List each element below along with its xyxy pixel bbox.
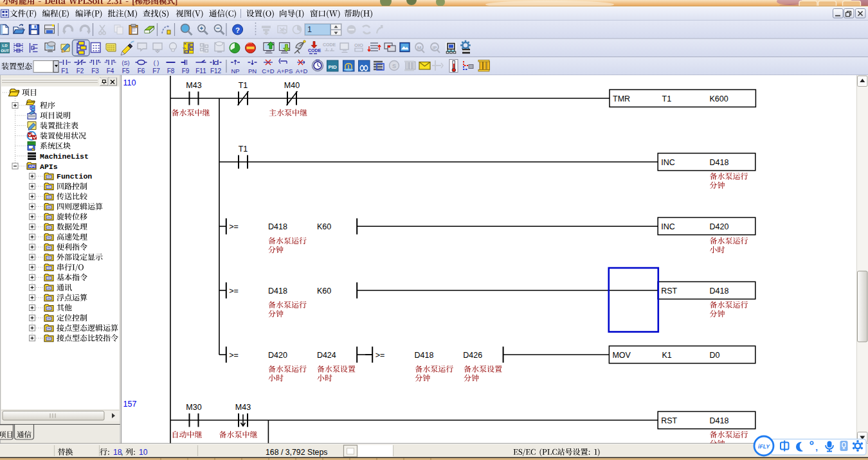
- svg-text:(S): (S): [122, 60, 130, 66]
- svg-text:D420: D420: [268, 351, 287, 360]
- svg-text:K60: K60: [317, 222, 331, 231]
- svg-text:INC: INC: [661, 222, 675, 231]
- svg-text:M43: M43: [235, 403, 251, 412]
- svg-text:K60: K60: [317, 287, 331, 296]
- svg-text:D418: D418: [710, 158, 729, 167]
- svg-text:M40: M40: [284, 81, 300, 90]
- svg-text:157: 157: [123, 400, 137, 409]
- svg-text:D0: D0: [710, 351, 720, 360]
- svg-text:RST: RST: [661, 287, 677, 296]
- svg-text:>=: >=: [229, 222, 239, 231]
- svg-text:Function: Function: [57, 172, 92, 181]
- svg-text:,: ,: [815, 443, 818, 452]
- svg-text:PN: PN: [248, 67, 257, 75]
- svg-text:MOV: MOV: [612, 351, 631, 360]
- svg-text:RST: RST: [661, 416, 677, 425]
- svg-text:F4: F4: [107, 67, 114, 75]
- svg-text:168 / 3,792 Steps: 168 / 3,792 Steps: [266, 448, 327, 457]
- svg-text:D418: D418: [268, 287, 287, 296]
- svg-text:,: ,: [121, 448, 123, 457]
- svg-text:D424: D424: [317, 351, 336, 360]
- svg-text:D418: D418: [268, 222, 287, 231]
- svg-text:M43: M43: [186, 81, 201, 90]
- svg-text:LD: LD: [3, 44, 8, 48]
- svg-text:OUT: OUT: [1, 49, 9, 53]
- svg-text:T1: T1: [239, 145, 248, 154]
- svg-text:>=: >=: [229, 351, 239, 360]
- svg-text:D426: D426: [463, 351, 482, 360]
- svg-text:MachineList: MachineList: [40, 152, 89, 161]
- svg-text:M30: M30: [186, 403, 201, 412]
- svg-text:A+D: A+D: [296, 67, 308, 75]
- svg-text:F9: F9: [182, 67, 190, 75]
- svg-text:F5: F5: [122, 67, 130, 75]
- svg-text:F6: F6: [138, 67, 145, 75]
- svg-text:D418: D418: [415, 351, 434, 360]
- svg-text:K600: K600: [710, 94, 728, 103]
- svg-text:T1: T1: [239, 81, 248, 90]
- svg-text:F7: F7: [152, 67, 160, 75]
- svg-text:API: API: [28, 164, 35, 168]
- svg-text:T1: T1: [662, 94, 672, 103]
- svg-text:NP: NP: [231, 67, 239, 75]
- svg-text:M: M: [417, 45, 422, 51]
- svg-text:F2: F2: [77, 67, 84, 75]
- svg-text:S: S: [392, 63, 396, 69]
- svg-text:C: C: [213, 60, 218, 66]
- svg-text:F3: F3: [91, 67, 99, 75]
- svg-text:F8: F8: [167, 67, 175, 75]
- svg-text:K1: K1: [662, 351, 672, 360]
- svg-text:D420: D420: [710, 222, 729, 231]
- svg-text:IP: IP: [433, 46, 437, 50]
- svg-text:A+PS: A+PS: [277, 67, 293, 75]
- svg-text:C+D: C+D: [262, 67, 274, 75]
- svg-text:OIO: OIO: [354, 42, 363, 48]
- svg-text:D418: D418: [710, 287, 729, 296]
- svg-text:INC: INC: [661, 158, 675, 167]
- svg-text:F1: F1: [61, 67, 69, 75]
- svg-text:PID: PID: [329, 64, 338, 70]
- svg-text:1: 1: [307, 25, 312, 34]
- svg-text:CODE: CODE: [308, 48, 321, 53]
- svg-text:?: ?: [235, 26, 240, 34]
- svg-text:TMR: TMR: [613, 94, 630, 103]
- svg-text:>=: >=: [375, 351, 385, 360]
- svg-text:F12: F12: [210, 67, 222, 75]
- svg-text:CODE: CODE: [323, 42, 336, 47]
- svg-text:APIs: APIs: [40, 163, 58, 171]
- svg-text:110: 110: [123, 78, 136, 87]
- svg-text:>=: >=: [229, 287, 239, 296]
- svg-text:D418: D418: [710, 416, 729, 425]
- svg-text:10: 10: [139, 448, 148, 457]
- svg-text:F11: F11: [195, 67, 206, 75]
- svg-text:( ): ( ): [154, 60, 159, 66]
- svg-text:iFLY: iFLY: [758, 443, 770, 450]
